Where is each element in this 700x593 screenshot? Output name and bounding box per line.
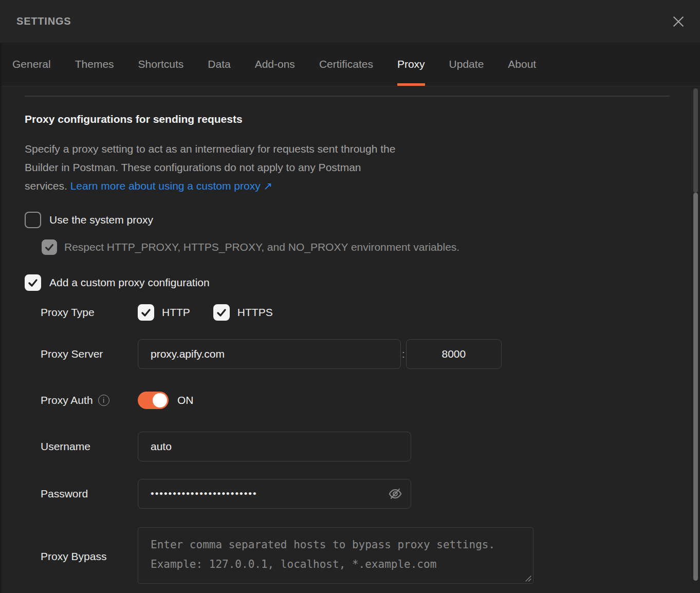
custom-proxy-row: Add a custom proxy configuration [25, 274, 700, 291]
tab-shortcuts[interactable]: Shortcuts [138, 43, 184, 86]
proxy-server-row: Proxy Server : [25, 339, 700, 369]
https-checkbox[interactable] [213, 304, 230, 321]
window-left-edge [0, 43, 2, 593]
tab-themes[interactable]: Themes [75, 43, 114, 86]
proxy-type-label: Proxy Type [25, 306, 138, 319]
use-system-proxy-checkbox[interactable] [25, 212, 41, 228]
settings-header: SETTINGS [0, 0, 700, 43]
proxy-settings-panel: Proxy configurations for sending request… [0, 96, 700, 586]
proxy-bypass-row: Proxy Bypass [25, 527, 700, 586]
custom-proxy-label[interactable]: Add a custom proxy configuration [49, 276, 210, 289]
proxy-server-port-input[interactable] [406, 339, 502, 369]
tab-general[interactable]: General [12, 43, 51, 86]
close-icon [671, 14, 686, 29]
tab-certificates[interactable]: Certificates [319, 43, 373, 86]
https-label[interactable]: HTTPS [237, 306, 273, 319]
checkmark-icon [27, 276, 39, 289]
description-line-1: Specify a proxy setting to act as an int… [25, 140, 700, 158]
description-line-2: Builder in Postman. These configurations… [25, 158, 700, 177]
description-line-3: services. Learn more about using a custo… [25, 177, 700, 195]
scrollbar-thumb-secondary[interactable] [693, 88, 698, 193]
checkmark-icon [44, 242, 55, 253]
section-title: Proxy configurations for sending request… [25, 113, 700, 125]
scrollbar-thumb[interactable] [693, 193, 698, 581]
tab-update[interactable]: Update [449, 43, 484, 86]
password-input-wrap [138, 479, 411, 509]
username-row: Username [25, 432, 700, 461]
section-description: Specify a proxy setting to act as an int… [25, 140, 700, 195]
http-checkbox[interactable] [138, 304, 154, 321]
respect-env-label[interactable]: Respect HTTP_PROXY, HTTPS_PROXY, and NO_… [64, 241, 459, 253]
proxy-type-https-option: HTTPS [213, 304, 273, 321]
use-system-proxy-row: Use the system proxy [25, 212, 700, 228]
resize-handle-icon[interactable] [525, 575, 531, 582]
respect-env-row: Respect HTTP_PROXY, HTTPS_PROXY, and NO_… [42, 239, 700, 255]
proxy-auth-label: Proxy Auth [41, 394, 93, 406]
toggle-password-visibility-button[interactable] [388, 486, 403, 502]
use-system-proxy-label[interactable]: Use the system proxy [49, 214, 153, 226]
respect-env-checkbox[interactable] [42, 239, 57, 255]
host-port-separator: : [402, 348, 405, 360]
page-title: SETTINGS [16, 15, 71, 27]
username-label: Username [25, 440, 138, 453]
learn-more-link[interactable]: Learn more about using a custom proxy ↗ [70, 180, 272, 192]
proxy-auth-toggle[interactable] [138, 392, 169, 409]
proxy-auth-label-wrap: Proxy Auth i [25, 394, 138, 406]
checkmark-icon [215, 306, 228, 319]
proxy-type-row: Proxy Type HTTP HTTPS [25, 304, 700, 321]
proxy-server-label: Proxy Server [25, 348, 138, 360]
info-icon[interactable]: i [98, 395, 109, 406]
proxy-type-http-option: HTTP [138, 304, 190, 321]
proxy-bypass-textarea[interactable] [138, 527, 533, 584]
proxy-bypass-wrap [138, 527, 533, 586]
toggle-knob [153, 393, 167, 407]
password-row: Password [25, 479, 700, 509]
tab-addons[interactable]: Add-ons [255, 43, 295, 86]
tab-proxy[interactable]: Proxy [397, 43, 425, 86]
proxy-bypass-label: Proxy Bypass [25, 550, 138, 563]
proxy-auth-row: Proxy Auth i ON [25, 392, 700, 409]
checkmark-icon [140, 306, 152, 319]
eye-off-icon [388, 486, 403, 502]
username-input[interactable] [138, 432, 411, 461]
close-button[interactable] [668, 11, 689, 32]
proxy-auth-state: ON [177, 394, 194, 406]
settings-tabs: General Themes Shortcuts Data Add-ons Ce… [0, 43, 700, 86]
tab-about[interactable]: About [508, 43, 536, 86]
section-divider [25, 96, 670, 97]
description-line-3-prefix: services. [25, 180, 70, 192]
password-input[interactable] [138, 479, 411, 509]
custom-proxy-checkbox[interactable] [25, 274, 41, 291]
proxy-server-host-input[interactable] [138, 339, 401, 369]
tab-data[interactable]: Data [208, 43, 230, 86]
http-label[interactable]: HTTP [162, 306, 190, 319]
password-label: Password [25, 488, 138, 500]
